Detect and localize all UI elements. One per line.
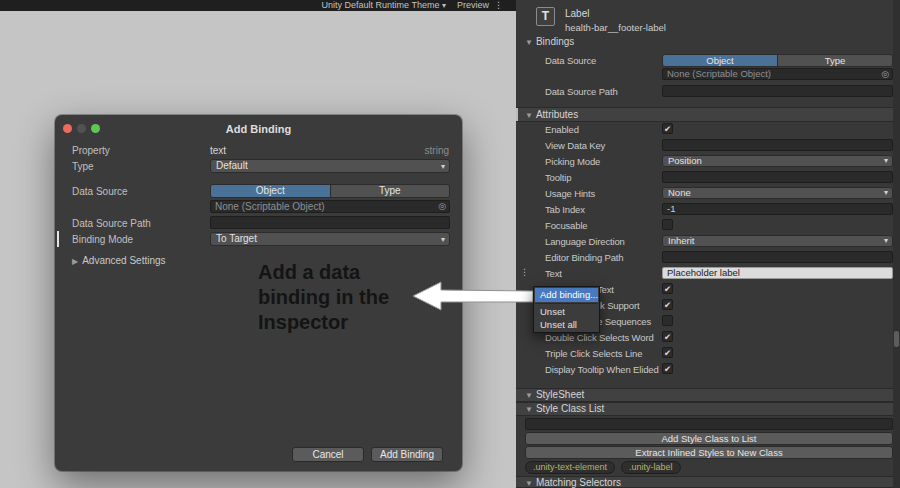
- enable-rich-text-checkbox[interactable]: ✔: [662, 283, 673, 294]
- caret-down-icon: ▾: [884, 188, 888, 198]
- annotation-arrow-icon: [405, 274, 537, 318]
- view-data-key-field[interactable]: [662, 139, 893, 151]
- close-button[interactable]: [63, 124, 72, 133]
- advanced-settings-foldout[interactable]: ▶Advanced Settings: [72, 255, 166, 266]
- foldout-open-icon: ▼: [525, 111, 533, 120]
- attributes-section-header[interactable]: ▼Attributes: [516, 107, 893, 122]
- attribute-row-editor-binding-path: Editor Binding Path: [516, 249, 893, 265]
- data-source-path-label: Data Source Path: [72, 218, 151, 229]
- caret-down-icon: ▾: [884, 156, 888, 166]
- data-source-toggle-type[interactable]: Type: [777, 55, 892, 66]
- editor-binding-path-field[interactable]: [662, 251, 893, 263]
- caret-down-icon: ▾: [884, 236, 888, 246]
- theme-selector-label: Unity Default Runtime Theme: [322, 0, 440, 10]
- add-binding-button[interactable]: Add Binding: [371, 447, 443, 462]
- type-label: Type: [72, 161, 94, 172]
- dropdown-value: Position: [668, 155, 702, 166]
- property-type: string: [425, 145, 449, 156]
- preview-toggle[interactable]: Preview: [457, 0, 489, 11]
- type-dropdown[interactable]: Default ▾: [210, 159, 450, 173]
- data-source-path-field[interactable]: [210, 216, 450, 229]
- data-source-toggle-object[interactable]: Object: [211, 185, 330, 197]
- data-source-toggle: Object Type: [210, 184, 450, 198]
- attribute-row-text: ⋮ Text Placeholder label: [516, 265, 893, 281]
- focusable-checkbox[interactable]: [662, 219, 673, 230]
- theme-selector[interactable]: Unity Default Runtime Theme ▾: [322, 0, 446, 11]
- inspector-scrollbar[interactable]: [893, 0, 900, 488]
- data-source-object-field[interactable]: None (Scriptable Object) ◎: [662, 68, 893, 80]
- data-source-row: Data Source Object Type: [55, 184, 462, 200]
- caret-down-icon: ▾: [442, 1, 446, 10]
- attribute-row-language-direction: Language Direction Inherit ▾: [516, 233, 893, 249]
- enabled-checkbox[interactable]: ✔: [662, 123, 673, 134]
- annotation-line: Add a data: [258, 260, 389, 285]
- bindings-foldout[interactable]: ▼Bindings: [525, 36, 574, 47]
- kebab-menu-icon[interactable]: ⋮: [494, 0, 503, 11]
- double-click-selects-word-checkbox[interactable]: ✔: [662, 331, 673, 342]
- data-source-toggle-object[interactable]: Object: [663, 55, 777, 66]
- menu-item-unset-all[interactable]: Unset all: [535, 318, 598, 331]
- cancel-button[interactable]: Cancel: [292, 447, 364, 462]
- foldout-open-icon: ▼: [525, 391, 533, 400]
- object-picker-icon[interactable]: ◎: [881, 69, 889, 79]
- property-value: text: [210, 145, 226, 156]
- data-source-toggle-type[interactable]: Type: [330, 185, 450, 197]
- caret-down-icon: ▾: [441, 234, 445, 246]
- tab-index-field[interactable]: -1: [662, 203, 893, 215]
- style-class-input[interactable]: [525, 418, 893, 430]
- stylesheet-section-header[interactable]: ▼StyleSheet: [516, 388, 893, 402]
- language-direction-dropdown[interactable]: Inherit ▾: [662, 235, 893, 247]
- data-source-object-field[interactable]: None (Scriptable Object) ◎: [210, 200, 450, 213]
- stylesheet-title: StyleSheet: [536, 389, 584, 400]
- style-class-pill[interactable]: .unity-text-element: [525, 461, 615, 474]
- display-tooltip-when-elided-checkbox[interactable]: ✔: [662, 363, 673, 374]
- check-icon: ✔: [663, 300, 672, 310]
- object-picker-icon[interactable]: ◎: [438, 201, 446, 212]
- attribute-row-enabled: Enabled ✔: [516, 121, 893, 137]
- attribute-label: Triple Click Selects Line: [545, 348, 661, 359]
- binding-context-menu: Add binding... Unset Unset all: [533, 286, 600, 333]
- foldout-open-icon: ▼: [525, 479, 533, 488]
- add-style-class-button[interactable]: Add Style Class to List: [525, 432, 893, 445]
- attribute-row-triple-click: Triple Click Selects Line ✔: [516, 345, 893, 361]
- extract-inlined-styles-button[interactable]: Extract Inlined Styles to New Class: [525, 446, 893, 459]
- data-source-path-field[interactable]: [662, 85, 893, 97]
- attribute-label: View Data Key: [545, 140, 661, 151]
- tooltip-field[interactable]: [662, 171, 893, 183]
- element-name-field[interactable]: health-bar__footer-label: [565, 22, 666, 33]
- attribute-label: Usage Hints: [545, 188, 661, 199]
- type-dropdown-value: Default: [216, 160, 248, 171]
- attribute-row-display-tooltip: Display Tooltip When Elided ✔: [516, 361, 893, 377]
- usage-hints-dropdown[interactable]: None ▾: [662, 187, 893, 199]
- minimize-button[interactable]: [77, 124, 86, 133]
- matching-selectors-section-header[interactable]: ▼Matching Selectors: [516, 476, 893, 488]
- style-class-list-section-header[interactable]: ▼Style Class List: [516, 402, 893, 416]
- parse-escape-sequences-checkbox[interactable]: [662, 315, 673, 326]
- data-source-object-value: None (Scriptable Object): [667, 68, 771, 79]
- screenshot-root: Unity Default Runtime Theme ▾ Preview ⋮ …: [0, 0, 900, 488]
- viewport-toolbar: Unity Default Runtime Theme ▾ Preview ⋮: [0, 0, 516, 11]
- data-source-label: Data Source: [545, 55, 661, 66]
- style-class-pill[interactable]: .unity-label: [621, 461, 681, 474]
- data-source-object-value: None (Scriptable Object): [215, 201, 325, 212]
- emoji-fallback-support-checkbox[interactable]: ✔: [662, 299, 673, 310]
- check-icon: ✔: [663, 124, 672, 134]
- viewport-canvas: Unity Default Runtime Theme ▾ Preview ⋮ …: [0, 0, 516, 488]
- picking-mode-dropdown[interactable]: Position ▾: [662, 155, 893, 167]
- dropdown-value: Inherit: [668, 235, 694, 246]
- attribute-label: Language Direction: [545, 236, 661, 247]
- binding-mode-row: Binding Mode To Target ▾: [55, 232, 462, 248]
- text-field[interactable]: Placeholder label: [662, 267, 893, 279]
- scrollbar-thumb[interactable]: [894, 331, 899, 347]
- type-row: Type Default ▾: [55, 159, 462, 175]
- menu-item-add-binding[interactable]: Add binding...: [535, 288, 598, 302]
- triple-click-selects-line-checkbox[interactable]: ✔: [662, 347, 673, 358]
- style-class-list-title: Style Class List: [536, 403, 604, 414]
- menu-item-unset[interactable]: Unset: [535, 305, 598, 318]
- matching-selectors-title: Matching Selectors: [536, 477, 621, 488]
- zoom-button[interactable]: [91, 124, 100, 133]
- attributes-title: Attributes: [536, 109, 578, 120]
- attribute-row-picking-mode: Picking Mode Position ▾: [516, 153, 893, 169]
- binding-mode-dropdown[interactable]: To Target ▾: [210, 232, 450, 246]
- foldout-open-icon: ▼: [525, 405, 533, 414]
